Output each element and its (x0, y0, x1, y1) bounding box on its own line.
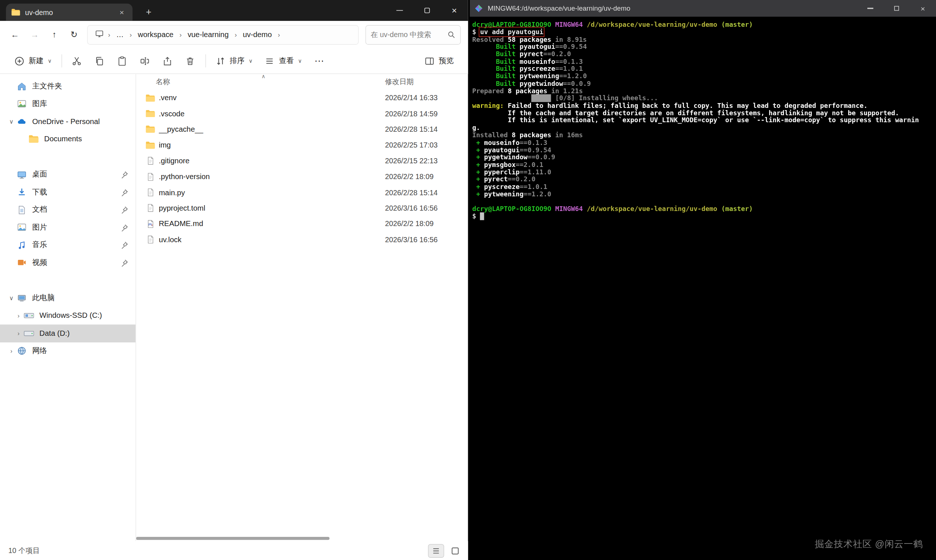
file-row[interactable]: main.py2026/2/28 15:14 (136, 185, 468, 200)
folder-icon (146, 140, 155, 149)
breadcrumb-separator-icon[interactable]: › (178, 31, 182, 38)
up-button[interactable]: ↑ (46, 26, 63, 44)
new-tab-button[interactable]: + (141, 5, 156, 19)
explorer-status-bar: 10 个项目 (0, 541, 468, 560)
sidebar-item[interactable]: 主文件夹 (0, 77, 136, 95)
delete-button[interactable] (179, 51, 202, 71)
file-modified-date: 2026/2/14 16:33 (385, 94, 438, 102)
sidebar-item[interactable]: 图片 (0, 219, 136, 236)
file-row[interactable]: __pycache__2026/2/28 15:14 (136, 122, 468, 137)
file-row[interactable]: uv.lock2026/3/16 16:56 (136, 232, 468, 248)
close-button[interactable]: × (441, 0, 468, 21)
breadcrumb-separator-icon[interactable]: › (234, 31, 238, 38)
breadcrumb-ellipsis[interactable]: … (112, 29, 128, 40)
terminal-cursor (480, 212, 484, 220)
file-explorer-window: uv-demo × + × ← → ↑ ↻ ›…›workspace›vue-l… (0, 0, 468, 560)
terminal-output[interactable]: dcry@LAPTOP-OG8IOO9O MINGW64 /d/workspac… (470, 17, 936, 560)
terminal-line: Installed 8 packages in 16ms (472, 132, 936, 140)
maximize-icon (894, 6, 899, 11)
chevron-right-icon[interactable]: › (13, 330, 24, 337)
breadcrumb-item[interactable]: uv-demo (239, 29, 276, 40)
tab-close-icon[interactable]: × (116, 7, 127, 18)
chevron-right-icon[interactable]: › (6, 348, 17, 354)
file-row[interactable]: img2026/2/25 17:03 (136, 137, 468, 153)
chevron-down-icon[interactable]: ∨ (6, 118, 17, 125)
file-row[interactable]: .vscode2026/2/18 14:59 (136, 106, 468, 122)
minimize-button[interactable] (386, 0, 413, 21)
close-button[interactable]: × (910, 0, 936, 17)
pc-icon (17, 293, 28, 303)
sidebar-item[interactable]: ∨此电脑 (0, 289, 136, 307)
sort-button[interactable]: 排序 ∨ (209, 51, 259, 71)
file-row[interactable]: .python-version2026/2/2 18:09 (136, 169, 468, 185)
file-name: README.md (159, 220, 385, 228)
sidebar-item[interactable]: 视频 (0, 254, 136, 272)
terminal-line: $ uv add pyautogui (472, 29, 936, 36)
more-options-button[interactable]: ··· (308, 51, 330, 71)
breadcrumb-separator-icon[interactable]: › (128, 31, 133, 38)
minimize-icon (396, 10, 403, 11)
chevron-down-icon[interactable]: ∨ (6, 295, 17, 301)
rename-button[interactable] (133, 51, 156, 71)
search-box[interactable] (365, 25, 461, 45)
file-row[interactable]: README.md2026/2/2 18:09 (136, 216, 468, 232)
file-name: main.py (159, 188, 385, 197)
share-button[interactable] (156, 51, 179, 71)
file-list-pane: ∧ 名称 修改日期 .venv2026/2/14 16:33.vscode202… (136, 74, 468, 541)
sidebar-item[interactable]: Documents (0, 130, 136, 148)
file-row[interactable]: .gitignore2026/2/15 22:13 (136, 153, 468, 169)
back-button[interactable]: ← (6, 26, 24, 44)
explorer-toolbar: 新建 ∨ 排序 ∨ 查看 ∨ ··· 预览 (0, 48, 468, 74)
breadcrumb-item[interactable]: vue-learning (183, 29, 233, 40)
desktop: uv-demo × + × ← → ↑ ↻ ›…›workspace›vue-l… (0, 0, 936, 560)
new-button[interactable]: 新建 ∨ (8, 51, 58, 71)
minimize-button[interactable] (857, 0, 884, 17)
details-view-toggle[interactable] (428, 544, 444, 557)
new-button-label: 新建 (29, 56, 44, 66)
download-icon (17, 187, 28, 197)
sidebar-item[interactable]: 下载 (0, 183, 136, 201)
terminal-window: MINGW64:/d/workspace/vue-learning/uv-dem… (470, 0, 936, 560)
terminal-line: $ (472, 213, 936, 220)
column-header-name[interactable]: 名称 (156, 77, 385, 87)
sidebar-item[interactable]: ›Data (D:) (0, 325, 136, 342)
breadcrumb-item[interactable]: workspace (134, 29, 178, 40)
explorer-tab[interactable]: uv-demo × (6, 4, 133, 21)
sidebar-item[interactable]: 桌面 (0, 166, 136, 183)
view-button[interactable]: 查看 ∨ (259, 51, 308, 71)
sidebar-item[interactable]: 音乐 (0, 236, 136, 254)
paste-button[interactable] (111, 51, 134, 71)
chevron-right-icon[interactable]: › (13, 312, 24, 319)
refresh-button[interactable]: ↻ (65, 26, 83, 44)
cut-button[interactable] (65, 51, 88, 71)
file-row[interactable]: pyproject.toml2026/3/16 16:56 (136, 200, 468, 216)
sidebar-item[interactable]: 文档 (0, 201, 136, 219)
sidebar-item[interactable]: ›网络 (0, 342, 136, 360)
column-header-modified[interactable]: 修改日期 (385, 77, 414, 87)
sidebar-item[interactable]: ∨OneDrive - Personal (0, 113, 136, 130)
terminal-line: + pygetwindow==0.0.9 (472, 154, 936, 162)
video-icon (17, 258, 28, 268)
thumbnail-view-toggle[interactable] (447, 544, 463, 557)
file-name: .vscode (159, 109, 385, 118)
search-input[interactable] (371, 31, 447, 39)
maximize-button[interactable] (413, 0, 441, 21)
terminal-line: dcry@LAPTOP-OG8IOO9O MINGW64 /d/workspac… (472, 206, 936, 213)
copy-button[interactable] (88, 51, 111, 71)
horizontal-scrollbar[interactable] (136, 537, 330, 540)
breadcrumb-separator-icon[interactable]: › (276, 31, 281, 38)
maximize-button[interactable] (884, 0, 910, 17)
file-modified-date: 2026/3/16 16:56 (385, 235, 438, 244)
breadcrumb-separator-icon[interactable]: › (107, 31, 111, 38)
sidebar-item-label: 此电脑 (32, 293, 55, 303)
terminal-line: Built pyscreeze==1.0.1 (472, 66, 936, 73)
file-row[interactable]: .venv2026/2/14 16:33 (136, 90, 468, 106)
sidebar-item[interactable]: 图库 (0, 95, 136, 113)
terminal-line: + pytweening==1.2.0 (472, 191, 936, 198)
toolbar-separator (61, 54, 62, 68)
file-icon (146, 172, 155, 181)
preview-toggle[interactable]: 预览 (419, 51, 460, 71)
forward-button[interactable]: → (26, 26, 44, 44)
sidebar-item[interactable]: ›Windows-SSD (C:) (0, 307, 136, 325)
file-modified-date: 2026/2/15 22:13 (385, 157, 438, 165)
